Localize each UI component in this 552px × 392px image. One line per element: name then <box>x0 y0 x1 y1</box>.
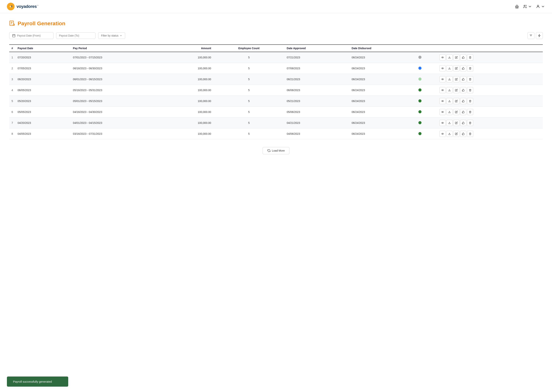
edit-button[interactable] <box>453 109 459 115</box>
delete-button[interactable] <box>467 109 473 115</box>
row-actions <box>439 65 540 71</box>
download-button[interactable] <box>446 120 452 126</box>
edit-button[interactable] <box>453 87 459 93</box>
delete-button[interactable] <box>467 65 473 71</box>
approve-button[interactable] <box>460 120 466 126</box>
cell-payout-date: 06/20/2023 <box>15 74 71 85</box>
view-button[interactable] <box>439 120 446 126</box>
users-button[interactable] <box>523 4 532 9</box>
svg-rect-1 <box>10 6 10 7</box>
delete-button[interactable] <box>467 120 473 126</box>
svg-point-15 <box>442 79 444 80</box>
svg-point-27 <box>442 122 444 124</box>
download-button[interactable] <box>446 109 452 115</box>
edit-button[interactable] <box>453 98 459 104</box>
thumbs-up-icon <box>462 133 465 135</box>
view-button[interactable] <box>439 54 446 61</box>
load-more-button[interactable]: Load More <box>262 147 290 154</box>
delete-button[interactable] <box>467 87 473 93</box>
download-button[interactable] <box>446 131 452 137</box>
svg-point-4 <box>524 5 525 6</box>
delete-button[interactable] <box>467 131 473 137</box>
profile-button[interactable] <box>536 4 545 9</box>
home-button[interactable] <box>515 4 519 9</box>
date-to-filter[interactable] <box>56 32 95 39</box>
thumbs-up-icon <box>462 56 465 59</box>
view-button[interactable] <box>439 87 446 93</box>
col-status <box>416 45 437 52</box>
cell-pay-period: 06/01/2023 - 06/15/2023 <box>71 74 164 85</box>
approve-button[interactable] <box>460 76 466 82</box>
download-button[interactable] <box>446 65 452 71</box>
svg-point-16 <box>442 79 443 80</box>
eye-icon <box>441 56 444 59</box>
date-from-filter[interactable] <box>9 32 53 39</box>
date-to-input[interactable] <box>59 34 93 37</box>
download-button[interactable] <box>446 54 452 61</box>
edit-icon <box>455 122 458 124</box>
delete-button[interactable] <box>467 54 473 61</box>
view-button[interactable] <box>439 65 446 71</box>
view-button[interactable] <box>439 98 446 104</box>
approve-button[interactable] <box>460 98 466 104</box>
status-dot <box>418 132 421 135</box>
approve-button[interactable] <box>460 87 466 93</box>
cell-actions <box>437 85 543 96</box>
view-button[interactable] <box>439 109 446 115</box>
profile-icon <box>536 4 540 9</box>
date-from-input[interactable] <box>17 34 51 37</box>
approve-button[interactable] <box>460 109 466 115</box>
view-button[interactable] <box>439 131 446 137</box>
eye-icon <box>441 122 444 124</box>
cell-employee-count: 5 <box>213 128 284 139</box>
status-dot <box>418 121 421 124</box>
table-header: # Payout Date Pay Period Amount Employee… <box>9 45 543 52</box>
view-button[interactable] <box>439 76 446 82</box>
edit-button[interactable] <box>453 54 459 61</box>
cell-date-disbursed: 06/24/2023 <box>349 118 416 128</box>
cell-date-approved: 05/06/2023 <box>284 107 349 118</box>
cell-num: 8 <box>9 128 15 139</box>
download-button[interactable] <box>446 98 452 104</box>
edit-icon <box>455 111 458 113</box>
status-filter-dropdown[interactable]: Filter by status <box>98 32 125 39</box>
chevron-down-icon-2 <box>541 4 545 9</box>
cell-amount: 100,000.00 <box>164 74 213 85</box>
cell-employee-count: 5 <box>213 118 284 128</box>
download-icon <box>448 100 451 102</box>
cell-date-disbursed: 06/24/2023 <box>349 85 416 96</box>
edit-button[interactable] <box>453 76 459 82</box>
cell-payout-date: 05/20/2023 <box>15 96 71 107</box>
table-row: 6 05/05/2023 04/16/2023 - 04/30/2023 100… <box>9 107 543 118</box>
filter-button[interactable] <box>527 32 534 39</box>
table-row: 3 06/20/2023 06/01/2023 - 06/15/2023 100… <box>9 74 543 85</box>
cell-employee-count: 5 <box>213 96 284 107</box>
thumbs-up-icon <box>462 89 465 91</box>
download-button[interactable] <box>446 87 452 93</box>
cell-date-approved: 04/21/2023 <box>284 118 349 128</box>
delete-button[interactable] <box>467 98 473 104</box>
edit-button[interactable] <box>453 131 459 137</box>
status-dot <box>418 56 421 59</box>
edit-button[interactable] <box>453 65 459 71</box>
payroll-icon <box>9 20 15 27</box>
approve-button[interactable] <box>460 131 466 137</box>
approve-button[interactable] <box>460 65 466 71</box>
thumbs-up-icon <box>462 100 465 102</box>
edit-button[interactable] <box>453 120 459 126</box>
table-row: 7 04/20/2023 04/01/2023 - 04/15/2023 100… <box>9 118 543 128</box>
delete-button[interactable] <box>467 76 473 82</box>
download-icon <box>448 78 451 81</box>
chevron-down-icon-3 <box>120 34 122 37</box>
cell-date-disbursed: 06/24/2023 <box>349 128 416 139</box>
cell-status <box>416 52 437 63</box>
svg-rect-8 <box>13 35 15 37</box>
col-employee-count: Employee Count <box>213 45 284 52</box>
flash-button[interactable] <box>536 32 543 39</box>
cell-actions <box>437 52 543 63</box>
payroll-table-container: # Payout Date Pay Period Amount Employee… <box>9 44 543 139</box>
download-button[interactable] <box>446 76 452 82</box>
svg-point-21 <box>442 100 444 102</box>
approve-button[interactable] <box>460 54 466 61</box>
download-icon <box>448 67 451 70</box>
